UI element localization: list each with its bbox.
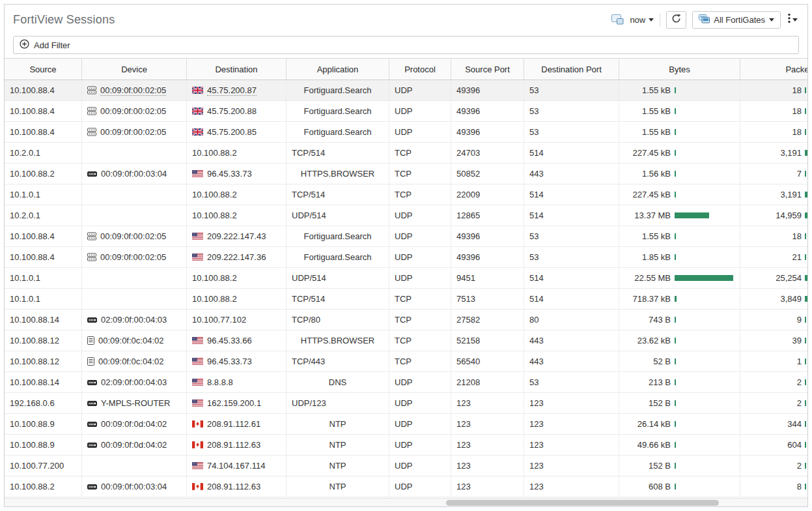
destination-port-cell: 123 xyxy=(524,414,619,434)
application-cell: NTP xyxy=(287,435,389,455)
table-row[interactable]: 10.2.0.110.100.88.2TCP/514TCP24703514227… xyxy=(5,143,808,164)
switch-device-icon xyxy=(87,86,96,95)
column-header-source[interactable]: Source xyxy=(5,59,82,80)
switch-device-icon xyxy=(87,128,96,136)
destination-port-cell: 53 xyxy=(524,101,619,121)
device-cell: Y-MPLS-ROUTER xyxy=(82,393,187,413)
destination-cell: 8.8.8.8 xyxy=(187,372,287,392)
application-cell: UDP/514 xyxy=(287,205,389,226)
column-header-application[interactable]: Application xyxy=(287,59,389,80)
router-device-icon xyxy=(87,316,97,324)
application-cell: DNS xyxy=(287,372,389,392)
protocol-cell: UDP xyxy=(389,393,451,413)
device-cell: 00:09:0f:00:02:05 xyxy=(82,247,187,267)
column-header-source-port[interactable]: Source Port xyxy=(451,59,524,80)
protocol-cell: UDP xyxy=(389,122,451,142)
packets-cell: 3,849 xyxy=(740,289,808,309)
table-row[interactable]: 192.168.0.6Y-MPLS-ROUTER162.159.200.1UDP… xyxy=(5,393,808,414)
table-row[interactable]: 10.100.88.400:09:0f:00:02:05209.222.147.… xyxy=(5,226,808,247)
source-port-cell: 7513 xyxy=(451,289,524,309)
source-cell: 10.100.88.4 xyxy=(5,226,82,246)
chevron-down-icon xyxy=(792,18,798,22)
settings-menu-button[interactable] xyxy=(787,12,799,27)
horizontal-scrollbar[interactable] xyxy=(5,498,807,506)
packets-bar xyxy=(805,171,806,177)
table-row[interactable]: 10.100.77.20074.104.167.114NTPUDP1231231… xyxy=(5,456,808,476)
destination-port-cell: 123 xyxy=(524,393,619,413)
table-row[interactable]: 10.1.0.110.100.88.2TCP/514TCP7513514718.… xyxy=(5,289,808,310)
table-row[interactable]: 10.100.88.900:09:0f:0d:04:02208.91.112.6… xyxy=(5,414,808,435)
application-cell: NTP xyxy=(287,456,389,476)
table-row[interactable]: 10.100.88.400:09:0f:00:02:0545.75.200.87… xyxy=(5,80,808,101)
table-row[interactable]: 10.100.88.200:09:0f:00:03:04208.91.112.6… xyxy=(5,476,808,497)
destination-cell: 10.100.88.2 xyxy=(187,205,287,226)
switch-device-icon xyxy=(87,107,96,115)
table-row[interactable]: 10.2.0.110.100.88.2UDP/514UDP1286551413.… xyxy=(5,205,808,226)
flag-ca-icon xyxy=(192,420,203,428)
bytes-bar xyxy=(675,150,676,156)
source-port-cell: 49396 xyxy=(451,122,524,142)
packets-bar xyxy=(805,421,806,427)
refresh-button[interactable] xyxy=(666,11,686,29)
list-device-icon xyxy=(87,357,94,366)
table-row[interactable]: 10.100.88.200:09:0f:00:03:0496.45.33.73H… xyxy=(5,164,808,184)
protocol-cell: TCP xyxy=(389,330,451,351)
packets-bar xyxy=(805,379,806,385)
column-header-bytes[interactable]: Bytes xyxy=(619,59,740,80)
column-header-destination[interactable]: Destination xyxy=(187,59,287,80)
device-cell xyxy=(82,205,187,226)
router-device-icon xyxy=(87,483,97,491)
packets-bar xyxy=(805,338,806,343)
source-cell: 10.2.0.1 xyxy=(5,205,82,226)
chevron-down-icon xyxy=(649,18,654,22)
packets-cell: 344 xyxy=(740,414,808,434)
table-row[interactable]: 10.1.0.110.100.88.2UDP/514UDP945151422.5… xyxy=(5,268,808,289)
source-port-cell: 27582 xyxy=(451,310,524,330)
source-port-cell: 49396 xyxy=(451,226,524,246)
flag-us-icon xyxy=(192,379,203,386)
destination-port-cell: 53 xyxy=(524,372,619,392)
bytes-bar xyxy=(675,87,676,93)
router-device-icon xyxy=(87,400,97,407)
popout-icon[interactable] xyxy=(611,14,624,25)
table-row[interactable]: 10.1.0.110.100.88.2TCP/514TCP22009514227… xyxy=(5,184,808,205)
table-row[interactable]: 10.100.88.1200:09:0f:0c:04:0296.45.33.66… xyxy=(5,330,808,351)
destination-cell: 162.159.200.1 xyxy=(187,393,287,413)
table-body: 10.100.88.400:09:0f:00:02:0545.75.200.87… xyxy=(5,80,808,497)
application-cell: NTP xyxy=(287,414,389,434)
device-cell xyxy=(82,289,187,309)
device-cell: 00:09:0f:0d:04:02 xyxy=(82,435,187,455)
column-header-packets[interactable]: Packets xyxy=(740,59,808,80)
source-cell: 10.100.88.2 xyxy=(5,476,82,497)
switch-device-icon xyxy=(87,253,96,261)
column-header-device[interactable]: Device xyxy=(82,59,187,80)
table-row[interactable]: 10.100.88.1200:09:0f:0c:04:0296.45.33.73… xyxy=(5,351,808,372)
scrollbar-thumb[interactable] xyxy=(446,500,719,506)
destination-cell: 45.75.200.88 xyxy=(187,101,287,121)
table-row[interactable]: 10.100.88.400:09:0f:00:02:0545.75.200.85… xyxy=(5,122,808,143)
column-header-destination-port[interactable]: Destination Port xyxy=(524,59,619,80)
destination-cell: 96.45.33.66 xyxy=(187,330,287,351)
packets-cell: 18 xyxy=(740,101,808,121)
time-range-dropdown[interactable]: now xyxy=(630,15,654,25)
kebab-icon xyxy=(788,13,791,26)
add-filter-bar[interactable]: Add Filter xyxy=(13,36,799,54)
bytes-cell: 608 B xyxy=(619,476,740,497)
source-port-cell: 56540 xyxy=(451,351,524,372)
table-row[interactable]: 10.100.88.900:09:0f:0d:04:02208.91.112.6… xyxy=(5,435,808,456)
destination-cell: 209.222.147.36 xyxy=(187,247,287,267)
application-cell: UDP/514 xyxy=(287,268,389,288)
column-header-protocol[interactable]: Protocol xyxy=(389,59,451,80)
table-row[interactable]: 10.100.88.1402:09:0f:00:04:038.8.8.8DNSU… xyxy=(5,372,808,393)
time-range-label: now xyxy=(630,15,645,25)
destination-port-cell: 80 xyxy=(524,310,619,330)
table-row[interactable]: 10.100.88.1402:09:0f:00:04:0310.100.77.1… xyxy=(5,310,808,330)
fortigate-selector-button[interactable]: All FortiGates xyxy=(692,11,781,29)
table-row[interactable]: 10.100.88.400:09:0f:00:02:05209.222.147.… xyxy=(5,247,808,268)
bytes-cell: 1.55 kB xyxy=(619,101,740,121)
bytes-cell: 52 B xyxy=(619,351,740,372)
packets-bar xyxy=(805,108,806,114)
protocol-cell: UDP xyxy=(389,476,451,497)
application-cell: NTP xyxy=(287,476,389,497)
table-row[interactable]: 10.100.88.400:09:0f:00:02:0545.75.200.88… xyxy=(5,101,808,122)
